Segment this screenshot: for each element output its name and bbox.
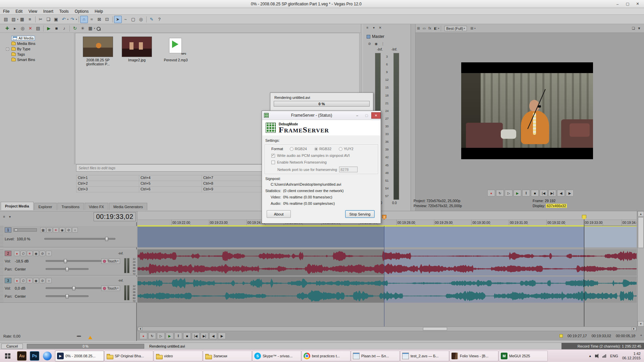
frameserver-maximize-button[interactable]: ▢: [362, 112, 371, 119]
expander-icon[interactable]: +: [6, 48, 9, 51]
hotkey-cell[interactable]: Ctrl+6: [139, 187, 202, 192]
bypass-motion-blur-button[interactable]: ▦: [40, 227, 46, 233]
cursor-timecode-display[interactable]: 00:19:33,02: [94, 212, 136, 221]
cut-button[interactable]: ✂: [37, 16, 45, 23]
record-button[interactable]: ●: [487, 190, 495, 196]
automation-settings-button[interactable]: ◉: [33, 251, 39, 256]
pinned-audition-button[interactable]: Au: [15, 350, 28, 362]
go-to-start-button[interactable]: |◀: [540, 190, 547, 196]
hotkey-cell[interactable]: Ctrl+4: [139, 175, 202, 181]
track-fx-button[interactable]: ✳: [53, 227, 59, 233]
hotkey-cell[interactable]: Ctrl+7: [202, 175, 265, 181]
selection-start-time[interactable]: 00:19:27,17: [568, 334, 587, 338]
about-button[interactable]: About: [267, 210, 291, 218]
play-button[interactable]: ▶: [514, 190, 521, 196]
hotkey-cell[interactable]: Ctrl+1: [76, 175, 139, 181]
tab-media-generators[interactable]: Media Generators: [109, 203, 147, 210]
previous-frame-button[interactable]: ◀: [557, 190, 565, 196]
scroll-left-arrow[interactable]: ◀: [138, 327, 143, 330]
solo-button[interactable]: ○: [46, 278, 52, 283]
copy-button[interactable]: ❏: [45, 16, 52, 23]
tl-go-to-end-button[interactable]: ▶|: [201, 333, 208, 339]
hotkey-cell[interactable]: Ctrl+5: [139, 181, 202, 187]
track-motion-button[interactable]: ⊞: [47, 227, 52, 233]
timeline-menu-button[interactable]: ≡: [1, 214, 7, 220]
project-properties-button[interactable]: ≡: [26, 16, 34, 23]
hotkey-cell[interactable]: Ctrl+2: [76, 181, 139, 187]
preview-quality-dropdown[interactable]: Best (Full) ▾: [444, 26, 467, 31]
solo-button[interactable]: ○: [72, 227, 78, 233]
hotkey-cell[interactable]: Ctrl+8: [202, 181, 265, 187]
undo-button[interactable]: ↶: [60, 16, 68, 23]
network-port-input[interactable]: [339, 167, 358, 172]
track-fx-button[interactable]: ✳: [27, 278, 33, 283]
radio-rgb24[interactable]: [290, 147, 293, 151]
rate-scrub-control[interactable]: ◂◂ ▸▸: [76, 335, 81, 338]
tl-stop-button[interactable]: ■: [183, 333, 191, 339]
timeline-horizontal-scrollbar[interactable]: ◀ ▶: [138, 326, 637, 331]
menu-options[interactable]: Options: [72, 8, 92, 14]
menu-help[interactable]: Help: [92, 8, 106, 14]
tab-transitions[interactable]: Transitions: [57, 203, 84, 210]
menu-view[interactable]: View: [25, 8, 40, 14]
track-number[interactable]: 1: [5, 227, 11, 233]
playhead-cursor[interactable]: [584, 219, 584, 326]
external-monitor-button[interactable]: ▭: [421, 26, 427, 31]
automation-mode-dropdown[interactable]: Touch▾: [101, 286, 120, 291]
pinned-browser-button[interactable]: [41, 350, 54, 362]
loop-playback-button[interactable]: ↻: [496, 190, 504, 196]
record-arm-button[interactable]: ●: [14, 278, 20, 283]
play-from-start-button[interactable]: ▷: [505, 190, 513, 196]
search-button[interactable]: [95, 25, 103, 32]
scroll-right-arrow[interactable]: ▶: [632, 327, 636, 330]
capture-video-button[interactable]: ▸: [11, 25, 19, 32]
auto-preview-button[interactable]: ♪: [60, 25, 68, 32]
pause-button[interactable]: ‖: [522, 190, 530, 196]
taskbar-item[interactable]: ▶0% - 2008.08.25...: [55, 351, 104, 361]
taskbar-item[interactable]: MMeGUI 2525: [499, 351, 548, 361]
loop-region-bar[interactable]: [138, 225, 584, 226]
automation-settings-button[interactable]: ◉: [59, 227, 65, 233]
language-indicator[interactable]: ENG: [610, 354, 618, 358]
tl-record-button[interactable]: ●: [140, 333, 147, 339]
media-item[interactable]: Image2.jpg: [118, 37, 155, 62]
overlay-grid-button[interactable]: ⊞: [469, 26, 475, 31]
track-number[interactable]: 3: [5, 278, 11, 283]
pinned-photoshop-button[interactable]: Ps: [28, 350, 41, 362]
tab-explorer[interactable]: Explorer: [34, 203, 57, 210]
automation-mode-dropdown[interactable]: Touch▾: [101, 258, 120, 264]
volume-slider[interactable]: [46, 287, 102, 289]
tl-pause-button[interactable]: ‖: [174, 333, 182, 339]
format-option-rgb32[interactable]: RGB32: [314, 147, 331, 151]
frameserver-titlebar[interactable]: FrameServer - (Status) – ▢ ✕: [262, 111, 381, 120]
automation-settings-button[interactable]: ◉: [33, 278, 39, 283]
network-frameserving-checkbox[interactable]: [271, 161, 275, 164]
tl-play-from-start-button[interactable]: ▷: [157, 333, 165, 339]
invert-phase-button[interactable]: ∅: [20, 251, 26, 256]
save-project-button[interactable]: ▦: [18, 16, 26, 23]
tree-item-tags[interactable]: Tags: [0, 52, 74, 57]
tray-clock[interactable]: 1:42 06.12.2015: [622, 352, 641, 360]
stop-serving-button[interactable]: Stop Serving: [345, 210, 375, 218]
video-track-lane[interactable]: [138, 226, 637, 247]
zoom-edit-tool-button[interactable]: ◎: [137, 16, 145, 23]
project-video-properties-button[interactable]: ⊞: [416, 26, 421, 31]
frameserver-minimize-button[interactable]: –: [353, 112, 362, 119]
meter-scale-icon[interactable]: ⋮: [380, 41, 386, 46]
tab-project-media[interactable]: Project Media: [1, 202, 34, 210]
track-grip[interactable]: [0, 226, 3, 247]
volume-slider[interactable]: [46, 260, 102, 262]
remove-media-button[interactable]: ✕: [26, 25, 34, 32]
selection-edit-tool-button[interactable]: ▢: [129, 16, 137, 23]
mute-button[interactable]: ⊘: [66, 227, 71, 233]
chevron-down-icon[interactable]: ▾: [474, 27, 476, 30]
meter-menu-button[interactable]: ≡: [365, 25, 370, 30]
pcm-audio-checkbox[interactable]: [271, 154, 275, 158]
tl-play-button[interactable]: ▶: [166, 333, 173, 339]
chevron-down-icon[interactable]: ▾: [438, 27, 439, 30]
menu-insert[interactable]: Insert: [40, 8, 56, 14]
zoom-in-button[interactable]: +: [638, 333, 644, 338]
window-close-button[interactable]: ✕: [633, 1, 643, 7]
audio-track-lane-2[interactable]: [138, 249, 637, 276]
time-display-menu-button[interactable]: ▾: [7, 214, 13, 220]
